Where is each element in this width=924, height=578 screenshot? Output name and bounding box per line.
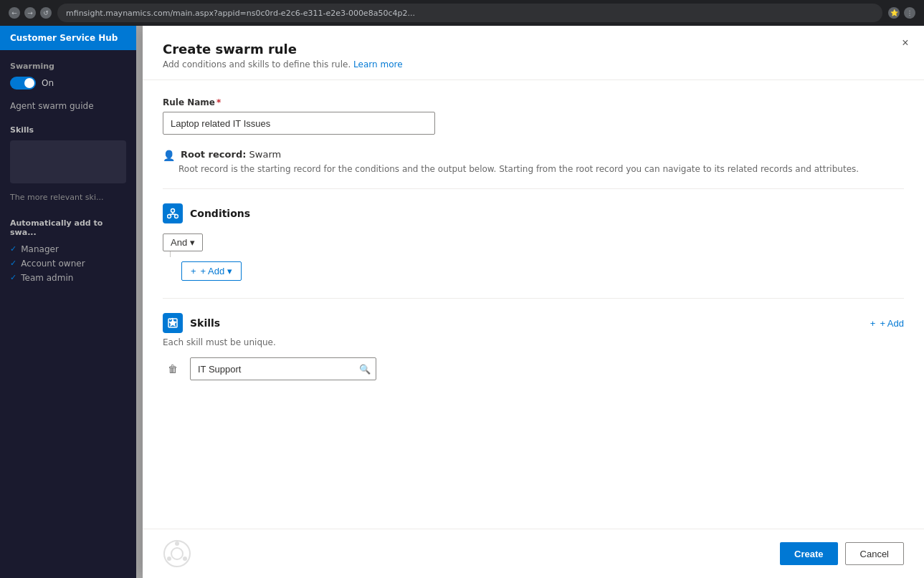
root-record-description: Root record is the starting record for t… xyxy=(163,164,904,174)
svg-line-4 xyxy=(169,214,173,215)
rule-name-field-group: Rule Name* xyxy=(163,97,904,135)
svg-point-8 xyxy=(171,548,183,559)
skills-section-header: Skills xyxy=(163,313,220,333)
add-skill-plus-icon: + xyxy=(870,318,876,329)
create-swarm-rule-modal: × Create swarm rule Add conditions and s… xyxy=(143,26,924,578)
sidebar-swarming-label: Swarming xyxy=(10,62,126,71)
browser-bar: ← → ↺ mfinsight.maynamics.com/main.aspx?… xyxy=(0,0,924,26)
root-record-icon: 👤 xyxy=(163,150,175,161)
rule-name-label: Rule Name* xyxy=(163,97,904,107)
sidebar-app-name[interactable]: Customer Service Hub xyxy=(0,26,136,50)
skill-input-wrapper: 🔍 xyxy=(190,357,376,380)
svg-point-10 xyxy=(183,557,187,561)
sidebar-content: Swarming On Agent swarm guide Skills The… xyxy=(0,50,136,299)
create-button[interactable]: Create xyxy=(780,542,837,565)
svg-point-2 xyxy=(175,215,178,218)
svg-point-0 xyxy=(171,209,175,213)
forward-icon[interactable]: → xyxy=(24,7,36,19)
add-skill-button[interactable]: + + Add xyxy=(870,318,904,329)
swarming-toggle-row: On xyxy=(10,77,126,90)
swarming-toggle[interactable] xyxy=(10,77,36,90)
and-chevron-icon: ▾ xyxy=(190,237,195,248)
check-icon-manager: ✓ xyxy=(10,244,16,254)
divider-2 xyxy=(163,298,904,299)
skills-placeholder xyxy=(10,140,126,183)
auto-add-title: Automatically add to swa... xyxy=(10,218,126,237)
close-button[interactable]: × xyxy=(897,34,914,52)
add-icon: + xyxy=(191,266,196,276)
auto-add-team-admin: ✓ Team admin xyxy=(10,273,126,283)
auto-add-section: Automatically add to swa... ✓ Manager ✓ … xyxy=(10,218,126,283)
modal-subtitle: Add conditions and skills to define this… xyxy=(163,59,904,69)
app-container: Customer Service Hub Swarming On Agent s… xyxy=(0,26,924,578)
browser-url-bar[interactable]: mfinsight.maynamics.com/main.aspx?appid=… xyxy=(57,4,882,22)
conditions-title: Conditions xyxy=(190,208,250,219)
bookmark-icon[interactable]: ⭐ xyxy=(888,7,900,19)
conditions-icon xyxy=(163,203,183,223)
toggle-on-label: On xyxy=(42,78,54,88)
conditions-and-group: And ▾ + + Add ▾ xyxy=(163,233,904,281)
check-icon-account-owner: ✓ xyxy=(10,259,16,268)
back-icon[interactable]: ← xyxy=(9,7,20,19)
skills-title: Skills xyxy=(190,317,220,329)
skills-description: The more relevant ski... xyxy=(10,192,126,204)
svg-point-1 xyxy=(168,215,171,218)
and-dropdown[interactable]: And ▾ xyxy=(163,233,203,251)
rule-name-input[interactable] xyxy=(163,112,435,135)
swarm-watermark-logo xyxy=(163,539,191,568)
learn-more-link[interactable]: Learn more xyxy=(353,59,402,69)
modal-body: Rule Name* 👤 Root record: Swarm Root rec… xyxy=(143,80,924,529)
root-record-row: 👤 Root record: Swarm xyxy=(163,149,904,161)
main-content: × Create swarm rule Add conditions and s… xyxy=(136,26,924,578)
svg-line-5 xyxy=(173,214,176,215)
skills-unique-desc: Each skill must be unique. xyxy=(163,337,904,347)
check-icon-team-admin: ✓ xyxy=(10,273,16,282)
skill-delete-button[interactable]: 🗑 xyxy=(163,359,183,379)
add-chevron-icon: ▾ xyxy=(227,266,232,276)
auto-add-account-owner: ✓ Account owner xyxy=(10,259,126,269)
modal-footer: Create Cancel xyxy=(143,529,924,578)
cancel-button[interactable]: Cancel xyxy=(845,542,904,565)
refresh-icon[interactable]: ↺ xyxy=(40,7,52,19)
agent-swarm-guide-link[interactable]: Agent swarm guide xyxy=(10,101,126,111)
modal-title: Create swarm rule xyxy=(163,42,904,57)
auto-add-manager: ✓ Manager xyxy=(10,244,126,254)
trash-icon: 🗑 xyxy=(168,363,178,375)
browser-action-icons: ⭐ ⋮ xyxy=(888,7,915,19)
skill-input[interactable] xyxy=(190,357,376,380)
condition-tree xyxy=(170,251,904,257)
skills-icon xyxy=(163,313,183,333)
skills-header-row: Skills + + Add xyxy=(163,313,904,333)
add-condition-button[interactable]: + + Add ▾ xyxy=(181,261,242,281)
skills-section: Skills The more relevant ski... xyxy=(10,125,126,204)
skills-section-label: Skills xyxy=(10,125,126,135)
modal-header: Create swarm rule Add conditions and ski… xyxy=(143,26,924,80)
skills-section-modal: Skills + + Add Each skill must be unique… xyxy=(163,313,904,380)
svg-point-11 xyxy=(167,557,171,561)
conditions-section-header: Conditions xyxy=(163,203,904,223)
browser-nav-icons[interactable]: ← → ↺ xyxy=(9,7,52,19)
root-record-label: Root record: Swarm xyxy=(181,149,281,160)
conditions-section: Conditions And ▾ + + Add xyxy=(163,203,904,281)
divider-1 xyxy=(163,188,904,189)
skill-row: 🗑 🔍 xyxy=(163,357,904,380)
required-indicator: * xyxy=(216,97,221,107)
svg-point-9 xyxy=(175,541,179,546)
more-icon[interactable]: ⋮ xyxy=(904,7,915,19)
sidebar: Customer Service Hub Swarming On Agent s… xyxy=(0,26,136,578)
